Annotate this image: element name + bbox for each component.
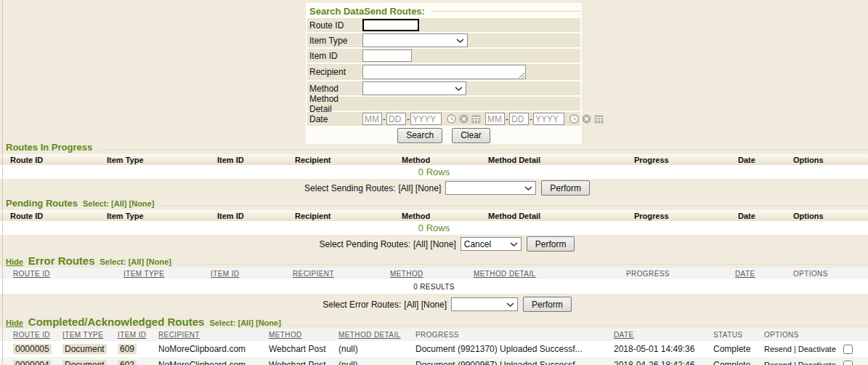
search-form-title-row: Search DataSend Routes: bbox=[307, 4, 580, 18]
select-all-link[interactable]: [All] bbox=[404, 300, 418, 310]
column-header: OPTIONS bbox=[793, 270, 868, 278]
method-label: Method bbox=[309, 84, 362, 94]
clock-icon[interactable] bbox=[447, 114, 456, 124]
date-from-icons bbox=[447, 114, 481, 124]
date-from-day-input[interactable] bbox=[386, 113, 406, 125]
column-header-sort[interactable]: DATE bbox=[735, 270, 793, 278]
progress-cell: Document (9921370) Uploaded Successf... bbox=[415, 344, 614, 354]
deactivate-link[interactable]: Deactivate bbox=[798, 345, 836, 353]
calendar-icon[interactable] bbox=[594, 114, 604, 124]
table-row: 0000004 Document 602 NoMoreClipboard.com… bbox=[0, 357, 868, 365]
date-separator: - bbox=[383, 114, 386, 124]
hide-error-routes-link[interactable]: Hide bbox=[6, 257, 23, 266]
column-header-sort[interactable]: DATE bbox=[614, 331, 713, 339]
select-all-link[interactable]: [All] bbox=[111, 199, 126, 208]
route-select-checkbox[interactable] bbox=[843, 361, 853, 365]
column-header-sort[interactable]: METHOD DETAIL bbox=[338, 331, 415, 339]
select-none-link[interactable]: [None] bbox=[415, 183, 441, 193]
date-to-day-input[interactable] bbox=[509, 113, 529, 125]
error-routes-action-select[interactable] bbox=[451, 297, 518, 311]
method-select[interactable] bbox=[362, 81, 466, 95]
column-header-sort[interactable]: ITEM TYPE bbox=[123, 270, 211, 278]
date-to-year-input[interactable] bbox=[533, 113, 564, 125]
completed-routes-section: Hide Completed/Acknowledged Routes Selec… bbox=[0, 316, 868, 365]
select-none-link[interactable]: [None] bbox=[129, 199, 155, 208]
select-all-link[interactable]: [All] bbox=[129, 257, 144, 266]
chevron-down-icon bbox=[524, 186, 532, 190]
title-rule bbox=[160, 206, 868, 206]
date-label: Date bbox=[309, 114, 362, 124]
select-all-link[interactable]: [All] bbox=[238, 318, 253, 327]
select-none-link[interactable]: [None] bbox=[146, 257, 171, 266]
item-type-cell: Document bbox=[62, 344, 118, 354]
date-to-month-input[interactable] bbox=[485, 113, 505, 125]
method-detail-cell: (null) bbox=[338, 344, 415, 354]
hide-completed-routes-link[interactable]: Hide bbox=[6, 318, 23, 327]
action-label: Select Sending Routes: bbox=[304, 183, 395, 193]
column-header-sort[interactable]: METHOD bbox=[390, 270, 474, 278]
search-button[interactable]: Search bbox=[397, 128, 442, 143]
select-none-link[interactable]: [None] bbox=[421, 300, 447, 310]
column-header-sort[interactable]: ITEM TYPE bbox=[62, 331, 118, 339]
item-type-select[interactable] bbox=[362, 33, 468, 47]
perform-button[interactable]: Perform bbox=[523, 297, 572, 312]
select-all-link[interactable]: [All] bbox=[399, 183, 413, 193]
resend-link[interactable]: Resend bbox=[764, 361, 792, 365]
date-from-year-input[interactable] bbox=[410, 113, 442, 125]
column-header: Date bbox=[738, 212, 793, 220]
pending-routes-action-select[interactable]: Cancel bbox=[461, 237, 522, 251]
item-id-input[interactable] bbox=[362, 49, 412, 62]
column-header: Method Detail bbox=[488, 156, 634, 164]
column-header: Item Type bbox=[107, 156, 217, 164]
column-header-sort[interactable]: ROUTE ID bbox=[13, 331, 62, 339]
column-header: OPTIONS bbox=[764, 331, 868, 339]
calendar-icon[interactable] bbox=[471, 114, 481, 124]
clock-icon[interactable] bbox=[569, 114, 579, 124]
clear-date-icon[interactable] bbox=[459, 114, 469, 124]
select-all-link[interactable]: [All] bbox=[413, 239, 428, 249]
clear-date-icon[interactable] bbox=[582, 114, 591, 124]
date-to-icons bbox=[569, 114, 604, 124]
column-header-sort[interactable]: ROUTE ID bbox=[13, 270, 123, 278]
sending-routes-action-row: Select Sending Routes: [All] [None] Perf… bbox=[13, 180, 868, 196]
column-header: Item Type bbox=[107, 212, 217, 220]
item-type-cell: Document bbox=[62, 360, 118, 365]
clear-button[interactable]: Clear bbox=[452, 128, 490, 143]
select-none-link[interactable]: [None] bbox=[430, 239, 455, 249]
recipient-row: Recipient bbox=[307, 64, 580, 80]
column-header-sort[interactable]: METHOD bbox=[269, 331, 338, 339]
column-header: Method bbox=[402, 156, 488, 164]
column-header-sort[interactable]: METHOD DETAIL bbox=[474, 270, 626, 278]
column-header-sort[interactable]: ITEM ID bbox=[118, 331, 158, 339]
deactivate-link[interactable]: Deactivate bbox=[798, 361, 836, 365]
completed-routes-title-row: Hide Completed/Acknowledged Routes Selec… bbox=[6, 316, 868, 327]
column-header: Item ID bbox=[217, 212, 295, 220]
route-id-cell: 0000004 bbox=[13, 360, 62, 365]
method-detail-label: Method Detail bbox=[309, 94, 362, 114]
perform-button[interactable]: Perform bbox=[541, 180, 590, 196]
select-none-link[interactable]: [None] bbox=[256, 318, 281, 327]
resend-link[interactable]: Resend bbox=[764, 345, 792, 353]
column-header: Date bbox=[738, 156, 793, 164]
date-cell: 2018-05-01 14:49:36 bbox=[614, 344, 713, 354]
route-id-input[interactable] bbox=[362, 19, 419, 31]
date-from-month-input[interactable] bbox=[362, 113, 382, 125]
perform-button[interactable]: Perform bbox=[527, 236, 575, 252]
route-select-checkbox[interactable] bbox=[843, 345, 853, 354]
error-routes-title-row: Hide Error Routes Select: [All] [None] bbox=[6, 254, 868, 266]
column-header-sort[interactable]: RECIPIENT bbox=[158, 331, 269, 339]
column-header: Options bbox=[793, 212, 868, 220]
chevron-down-icon bbox=[455, 87, 463, 91]
column-header: Item ID bbox=[217, 156, 295, 164]
title-rule bbox=[287, 325, 868, 326]
recipient-textarea[interactable] bbox=[362, 65, 526, 79]
in-progress-empty-row: 0 Rows bbox=[0, 165, 868, 179]
column-header: STATUS bbox=[713, 331, 764, 339]
status-cell: Complete bbox=[713, 360, 764, 365]
column-header-sort[interactable]: RECIPIENT bbox=[293, 270, 390, 278]
sending-routes-action-select[interactable] bbox=[445, 181, 536, 195]
recipient-cell: NoMoreClipboard.com bbox=[158, 344, 269, 354]
select-links: Select: [All] [None] bbox=[83, 199, 154, 208]
section-title: Pending Routes bbox=[6, 198, 78, 209]
column-header-sort[interactable]: ITEM ID bbox=[211, 270, 293, 278]
